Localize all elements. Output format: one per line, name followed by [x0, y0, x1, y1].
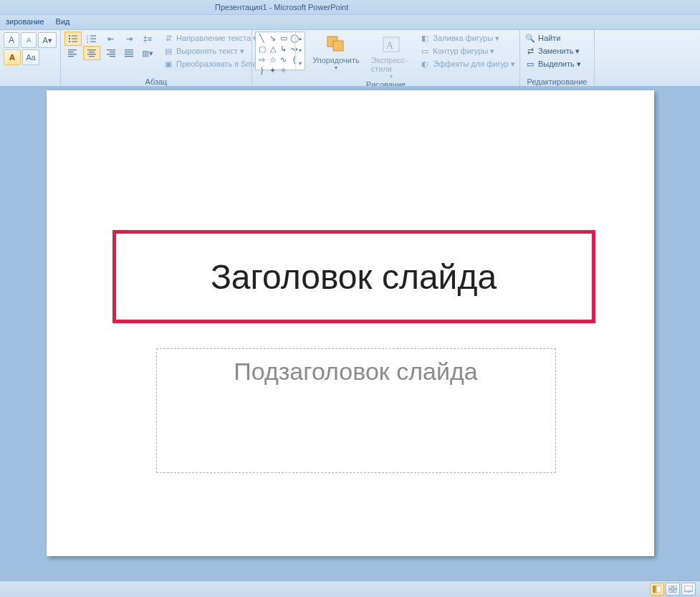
svg-rect-5	[72, 41, 77, 42]
columns-button[interactable]: ▥▾	[139, 46, 156, 60]
shape-brace2-icon: }	[257, 66, 267, 75]
shape-outline-button[interactable]: ▭Контур фигуры ▾	[418, 44, 517, 57]
shape-plus-icon: ✦	[268, 66, 277, 75]
shape-rrect-icon: ▢	[257, 44, 267, 54]
group-paragraph: 123 ⇤ ⇥ ‡≡ ▥▾ ⇵Направление текста ▾ ▤Выр…	[61, 30, 252, 87]
svg-rect-17	[89, 52, 95, 52]
shape-fill-button[interactable]: ◧Заливка фигуры ▾	[418, 32, 517, 44]
svg-rect-38	[684, 586, 693, 591]
slide[interactable]: Заголовок слайда Подзаголовок слайда	[47, 90, 654, 556]
group-font-partial: A A A▾ A Aa	[0, 30, 61, 87]
svg-rect-9	[90, 38, 96, 39]
svg-rect-24	[125, 49, 133, 50]
tab-format-partial[interactable]: зирование	[0, 15, 50, 29]
svg-rect-34	[668, 586, 672, 588]
svg-rect-33	[656, 586, 661, 593]
svg-rect-27	[125, 56, 133, 57]
quick-styles-button[interactable]: A Экспресс-стили▾	[367, 32, 416, 80]
subtitle-placeholder[interactable]: Подзаголовок слайда	[156, 348, 556, 473]
svg-rect-18	[87, 54, 96, 54]
bullets-button[interactable]	[64, 32, 82, 46]
smartart-icon: ▣	[163, 58, 174, 70]
svg-rect-23	[110, 56, 115, 57]
shape-arrow-icon: ↘	[268, 34, 277, 43]
svg-rect-36	[668, 590, 672, 593]
align-center-button[interactable]	[83, 46, 100, 60]
align-right-button[interactable]	[102, 46, 119, 60]
grow-font-button[interactable]: A	[4, 32, 19, 48]
group-editing: 🔍Найти ⇄Заменить ▾ ▭Выделить ▾ Редактиро…	[520, 30, 595, 87]
gallery-down-icon[interactable]: ▾	[296, 44, 305, 57]
numbering-button[interactable]: 123	[83, 32, 100, 46]
shape-effects-button[interactable]: ◐Эффекты для фигур ▾	[418, 57, 517, 70]
arrange-label: Упорядочить	[312, 56, 359, 65]
svg-rect-32	[653, 586, 656, 593]
gallery-up-icon[interactable]: ▴	[296, 32, 305, 44]
svg-rect-22	[107, 54, 115, 54]
align-justify-button[interactable]	[120, 46, 138, 60]
decrease-indent-button[interactable]: ⇤	[102, 32, 119, 46]
align-left-button[interactable]	[64, 46, 82, 60]
shape-line-icon: ╲	[257, 34, 267, 43]
slideshow-view-button[interactable]	[681, 583, 696, 596]
svg-rect-19	[89, 56, 95, 57]
svg-rect-35	[673, 586, 677, 588]
replace-icon: ⇄	[524, 45, 536, 57]
svg-rect-1	[72, 35, 77, 36]
shape-arrow2-icon: ⇨	[257, 55, 267, 65]
change-case-button[interactable]: A▾	[38, 32, 57, 48]
svg-rect-21	[110, 52, 115, 52]
tab-view[interactable]: Вид	[50, 15, 76, 29]
svg-rect-29	[333, 41, 343, 51]
font-color-button[interactable]: A	[4, 49, 21, 65]
clear-format-button[interactable]: Aa	[22, 49, 39, 65]
line-spacing-button[interactable]: ‡≡	[139, 32, 156, 46]
normal-view-button[interactable]	[650, 583, 664, 596]
shape-star-icon: ☆	[268, 55, 277, 65]
svg-rect-14	[68, 54, 77, 54]
title-placeholder[interactable]: Заголовок слайда	[112, 230, 595, 323]
ribbon: A A A▾ A Aa 123 ⇤ ⇥ ‡≡	[0, 30, 700, 88]
shape-rect-icon: ▭	[279, 34, 288, 43]
shape-curve-icon: ∿	[279, 55, 288, 65]
svg-rect-16	[87, 49, 96, 50]
svg-rect-20	[107, 49, 115, 50]
svg-point-0	[69, 35, 70, 37]
shapes-gallery[interactable]: ╲↘▭◯▢ △↳↝⇨☆ ∿{}✦✧ ▴▾▾	[255, 32, 305, 70]
replace-button[interactable]: ⇄Заменить ▾	[523, 44, 591, 57]
increase-indent-button[interactable]: ⇥	[120, 32, 138, 46]
titlebar: Презентация1 - Microsoft PowerPoint	[0, 0, 700, 15]
title-sep: -	[267, 3, 274, 11]
svg-point-4	[69, 41, 70, 42]
shape-fill-icon: ◧	[419, 32, 431, 44]
statusbar	[0, 581, 700, 597]
title-placeholder-text: Заголовок слайда	[211, 257, 497, 297]
find-button[interactable]: 🔍Найти	[523, 32, 591, 44]
shape-outline-icon: ▭	[419, 45, 431, 57]
app-name: Microsoft PowerPoint	[274, 3, 348, 11]
svg-rect-3	[72, 38, 77, 39]
gallery-more-icon[interactable]: ▾	[296, 57, 305, 70]
svg-point-2	[69, 38, 70, 39]
document-title: Презентация1 - Microsoft PowerPoint	[215, 3, 348, 11]
svg-rect-37	[673, 590, 677, 593]
find-icon: 🔍	[524, 32, 536, 44]
ribbon-tabs: зирование Вид	[0, 15, 700, 30]
quick-styles-label: Экспресс-стили	[371, 56, 411, 73]
quick-styles-icon: A	[380, 33, 403, 56]
group-drawing: ╲↘▭◯▢ △↳↝⇨☆ ∿{}✦✧ ▴▾▾ Упорядочить▾ A Экс…	[252, 30, 520, 87]
svg-rect-11	[90, 41, 96, 42]
shape-tri-icon: △	[268, 44, 277, 54]
select-icon: ▭	[524, 58, 536, 70]
shape-effects-icon: ◐	[419, 58, 431, 70]
subtitle-placeholder-text: Подзаголовок слайда	[234, 358, 477, 385]
select-button[interactable]: ▭Выделить ▾	[523, 57, 591, 70]
slide-editor: Заголовок слайда Подзаголовок слайда	[0, 86, 700, 579]
svg-rect-12	[68, 49, 77, 50]
shape-callout-icon: ✧	[279, 66, 288, 75]
text-direction-icon: ⇵	[163, 32, 174, 44]
shrink-font-button[interactable]: A	[21, 32, 37, 48]
svg-text:3: 3	[87, 40, 89, 43]
arrange-button[interactable]: Упорядочить▾	[308, 32, 363, 80]
sorter-view-button[interactable]	[666, 583, 680, 596]
